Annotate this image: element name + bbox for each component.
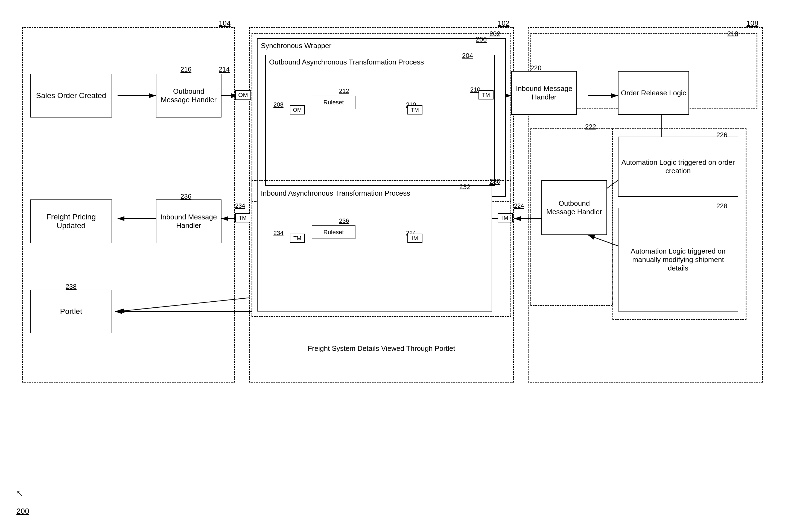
outbound-async-label: Outbound Asynchronous Transformation Pro…	[269, 58, 424, 66]
sync-wrapper-label: Synchronous Wrapper	[261, 42, 331, 50]
ref-216: 216	[180, 65, 192, 73]
outbound-async-transform: Outbound Asynchronous Transformation Pro…	[265, 55, 495, 186]
ruleset-top-label: Ruleset	[324, 99, 344, 106]
order-release-logic: Order Release Logic	[618, 71, 689, 115]
tm-210-outer-label: TM	[482, 92, 490, 98]
ref-214: 214	[219, 65, 230, 73]
tm-234-inner: TM	[290, 234, 305, 243]
portlet-box: Portlet	[30, 290, 112, 334]
freight-pricing-updated: Freight Pricing Updated	[30, 200, 112, 243]
ruleset-top: Ruleset	[312, 96, 355, 109]
freight-pricing-label: Freight Pricing Updated	[33, 213, 109, 230]
ref-102: 102	[498, 19, 509, 28]
outbound-msg-handler-bottom-label: Outbound Message Handler	[544, 199, 604, 216]
ref-228: 228	[716, 202, 727, 210]
ref-202: 202	[489, 30, 500, 38]
ruleset-bottom: Ruleset	[312, 225, 355, 239]
inbound-async-transform: Inbound Asynchronous Transformation Proc…	[257, 186, 492, 312]
tm-210-inner: TM	[407, 105, 423, 114]
ref-226: 226	[716, 131, 727, 139]
ref-230: 230	[489, 178, 500, 185]
ref-206: 206	[476, 35, 487, 43]
ref-200: 200	[17, 507, 29, 515]
ref-234-inner: 234	[273, 230, 283, 237]
automation-logic-228: Automation Logic triggered on manually m…	[618, 208, 738, 312]
tm-234-outer: TM	[235, 213, 250, 222]
ref-234-outer: 234	[235, 202, 245, 209]
tm-234-outer-label: TM	[239, 215, 247, 221]
order-release-label: Order Release Logic	[621, 89, 686, 97]
om-208-inner: OM	[290, 105, 305, 114]
inbound-message-handler-bottom: Inbound Message Handler	[156, 200, 222, 243]
ref-236-ruleset: 236	[339, 217, 349, 224]
outbound-message-handler-top-label: Outbound Message Handler	[158, 87, 219, 104]
freight-system-text: Freight System Details Viewed Through Po…	[308, 344, 455, 352]
inbound-message-handler-top: Inbound Message Handler	[511, 71, 577, 115]
im-224-inner-label: IM	[412, 235, 418, 242]
om-token-214: OM	[235, 90, 251, 100]
ref-222: 222	[585, 123, 596, 131]
ref-238: 238	[66, 283, 77, 290]
ref-232: 232	[459, 183, 470, 191]
ref-204: 204	[462, 52, 473, 59]
tm-210-outer: TM	[479, 90, 493, 100]
diagram-container: 104 102 108 Sales Order Created Outbound…	[11, 11, 771, 508]
ref-212: 212	[339, 87, 349, 95]
portlet-label: Portlet	[60, 307, 82, 316]
ref-224-top: 224	[514, 202, 524, 209]
automation-228-label: Automation Logic triggered on manually m…	[621, 247, 735, 272]
im-224-inner: IM	[407, 234, 423, 243]
om-214-label: OM	[238, 91, 248, 99]
ref-104: 104	[219, 19, 230, 28]
freight-system-label: Freight System Details Viewed Through Po…	[252, 344, 511, 353]
automation-logic-226: Automation Logic triggered on order crea…	[618, 137, 738, 197]
outbound-message-handler-bottom: Outbound Message Handler	[541, 180, 607, 235]
ref-220: 220	[530, 64, 541, 72]
ref-236-handler: 236	[180, 193, 192, 200]
inbound-async-label: Inbound Asynchronous Transformation Proc…	[261, 189, 410, 197]
tm-210-inner-label: TM	[411, 107, 419, 113]
ref-108: 108	[746, 19, 758, 28]
sales-order-created-label: Sales Order Created	[36, 91, 106, 100]
sales-order-created: Sales Order Created	[30, 74, 112, 117]
automation-226-label: Automation Logic triggered on order crea…	[621, 158, 735, 175]
om-208-label: OM	[293, 107, 302, 113]
ref-218: 218	[727, 30, 738, 38]
ruleset-bottom-label: Ruleset	[324, 229, 344, 236]
outbound-message-handler-top: Outbound Message Handler	[156, 74, 222, 117]
tm-234-inner-label: TM	[294, 235, 301, 242]
inbound-msg-handler-top-label: Inbound Message Handler	[514, 84, 574, 101]
ref-208-inner: 208	[273, 101, 283, 108]
inbound-msg-handler-bottom-label: Inbound Message Handler	[158, 213, 219, 230]
